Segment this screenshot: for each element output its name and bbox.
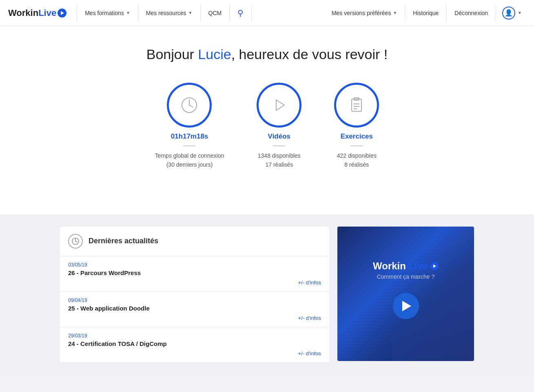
stat-exercices-label: Exercices	[341, 132, 373, 141]
news-clock-icon	[68, 234, 83, 249]
stats-row: 01h17m18s Temps global de connexion (30 …	[8, 83, 526, 170]
play-icon	[269, 95, 289, 115]
video-play-button[interactable]	[393, 293, 419, 319]
news-more-3[interactable]: +/- d'infos	[68, 350, 321, 357]
nav-right-section: Mes versions préférées ▼ Historique Déco…	[326, 0, 526, 26]
news-item-1: 03/05/19 26 - Parcours WordPress +/- d'i…	[60, 256, 329, 292]
search-icon[interactable]: ⚲	[232, 8, 249, 18]
nav-divider-4	[229, 5, 230, 21]
stat-separator-1	[183, 145, 195, 146]
greeting-suffix: , heureux de vous revoir !	[231, 46, 388, 62]
chevron-down-icon-2: ▼	[188, 11, 193, 15]
news-date-2: 09/04/19	[68, 297, 321, 303]
news-more-1[interactable]: +/- d'infos	[68, 280, 321, 286]
news-item-3: 29/03/19 24 - Certification TOSA / DigCo…	[60, 327, 329, 363]
nav-mes-versions[interactable]: Mes versions préférées ▼	[326, 0, 403, 26]
nav-mes-ressources[interactable]: Mes ressources ▼	[140, 0, 198, 26]
nav-divider-6	[405, 5, 405, 21]
video-panel: Workin Live Comment ça marche ?	[337, 227, 474, 361]
video-brand-live: Live	[408, 260, 428, 272]
news-header: Dernières actualités	[60, 227, 329, 256]
svg-marker-3	[276, 100, 284, 110]
stat-time-desc: Temps global de connexion (30 derniers j…	[155, 151, 224, 170]
nav-divider-3	[200, 5, 201, 21]
stat-videos-label: Vidéos	[268, 132, 290, 141]
nav-divider-5	[251, 5, 252, 21]
news-item-2: 09/04/19 25 - Web application Doodle +/-…	[60, 292, 329, 327]
main-content: Bonjour Lucie, heureux de vous revoir ! …	[0, 26, 534, 214]
nav-divider-7	[446, 5, 447, 21]
nav-historique[interactable]: Historique	[407, 0, 444, 26]
svg-rect-4	[352, 99, 361, 111]
stat-exercices-circle	[334, 83, 379, 128]
nav-mes-formations[interactable]: Mes formations ▼	[79, 0, 136, 26]
video-brand: Workin Live Comment ça marche ?	[373, 260, 439, 280]
chevron-down-icon-3: ▼	[393, 11, 397, 15]
stat-exercices-desc: 422 disponibles 8 réalisés	[337, 151, 377, 170]
news-name-1: 26 - Parcours WordPress	[68, 269, 321, 276]
news-date-3: 29/03/19	[68, 333, 321, 339]
nav-divider-2	[138, 5, 138, 21]
brand-live-text: Live	[38, 8, 56, 18]
nav-qcm[interactable]: QCM	[203, 0, 228, 26]
nav-divider-8	[496, 5, 496, 21]
brand-logo[interactable]: Workin Live	[8, 8, 66, 18]
news-panel: Dernières actualités 03/05/19 26 - Parco…	[60, 227, 329, 363]
stat-exercices: Exercices 422 disponibles 8 réalisés	[334, 83, 379, 170]
chevron-down-icon: ▼	[126, 11, 130, 15]
stat-videos: Vidéos 1348 disponibles 17 réalisés	[257, 83, 301, 170]
greeting-text: Bonjour Lucie, heureux de vous revoir !	[8, 46, 526, 62]
clock-icon	[179, 95, 199, 115]
greeting-prefix: Bonjour	[146, 46, 198, 62]
brand-workin-text: Workin	[8, 8, 38, 18]
nav-deconnexion[interactable]: Déconnexion	[449, 0, 494, 26]
video-play-icon	[430, 262, 439, 270]
stat-time: 01h17m18s Temps global de connexion (30 …	[155, 83, 224, 170]
stat-videos-desc: 1348 disponibles 17 réalisés	[258, 151, 301, 170]
stat-time-circle	[167, 83, 212, 128]
news-name-3: 24 - Certification TOSA / DigComp	[68, 340, 321, 347]
user-name: Lucie	[198, 46, 231, 62]
nav-divider-1	[77, 5, 77, 21]
clipboard-icon	[346, 95, 367, 115]
brand-play-icon	[58, 9, 66, 18]
video-brand-workin: Workin	[373, 260, 406, 272]
stat-separator-2	[273, 145, 285, 146]
user-menu[interactable]: 👤 ▼	[498, 7, 526, 20]
news-title: Dernières actualités	[89, 237, 158, 245]
stat-separator-3	[350, 145, 363, 146]
news-more-2[interactable]: +/- d'infos	[68, 315, 321, 321]
avatar: 👤	[502, 7, 515, 20]
bottom-section: Dernières actualités 03/05/19 26 - Parco…	[0, 214, 534, 375]
stat-time-label: 01h17m18s	[171, 132, 208, 141]
video-subtitle: Comment ça marche ?	[373, 273, 439, 280]
svg-line-11	[75, 241, 77, 242]
chevron-down-icon-4: ▼	[518, 11, 522, 15]
stat-videos-circle	[257, 83, 301, 128]
news-name-2: 25 - Web application Doodle	[68, 305, 321, 312]
svg-line-2	[189, 105, 193, 107]
navbar: Workin Live Mes formations ▼ Mes ressour…	[0, 0, 534, 26]
news-date-1: 03/05/19	[68, 262, 321, 268]
